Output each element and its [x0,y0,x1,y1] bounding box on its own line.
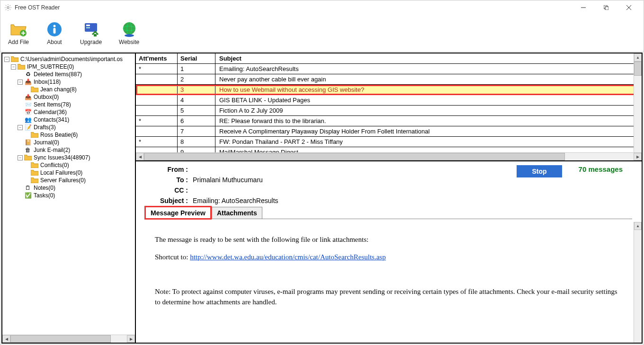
stop-button[interactable]: Stop [517,165,562,177]
to-label: To : [145,176,188,184]
calendar-icon: 📅 [24,109,32,115]
tree-serverf[interactable]: Server Failures(0) [3,177,134,184]
expander-icon[interactable]: − [4,57,9,62]
cell-subject: Receive A Complimentary Playaway Display… [215,126,642,136]
svg-rect-11 [86,25,90,26]
message-row[interactable]: 3How to use Webmail without accessing GI… [136,85,642,95]
message-rows: *1Emailing: AutoSearchResults2Never pay … [136,64,642,152]
tree-root[interactable]: −C:\Users\admin\Documents\important.os [3,55,134,63]
detail-header: Stop 70 messages From : To :Primalani Mu… [136,161,642,222]
expander-icon[interactable]: − [11,64,16,70]
svg-point-17 [125,34,134,37]
tree-contacts[interactable]: 👥Contacts(341) [3,116,134,124]
scroll-up-icon[interactable]: ▲ [634,222,642,230]
folder-icon [31,169,38,176]
tree-ross[interactable]: Ross Beatie(6) [3,131,134,139]
scroll-right-icon[interactable]: ▶ [634,153,642,160]
folder-icon [11,56,18,62]
tree-sent[interactable]: 📨Sent Items(78) [3,101,134,108]
msglist-vscroll[interactable]: ▲ [634,53,642,152]
scroll-thumb[interactable] [634,62,642,76]
scroll-left-icon[interactable]: ◀ [136,153,144,160]
tree-notes[interactable]: 🗒Notes(0) [3,184,134,192]
upgrade-button[interactable]: Upgrade [80,21,102,45]
cell-serial: 5 [178,106,215,115]
message-row[interactable]: 2Never pay another cable bill ever again [136,74,642,85]
message-row[interactable]: *6RE: Please forward this to the librari… [136,116,642,126]
cell-serial: 3 [178,85,215,95]
folder-icon [31,132,38,138]
tab-attachments[interactable]: Attachments [212,207,262,219]
globe-icon [121,21,138,38]
expander-icon[interactable]: − [18,80,23,85]
tree-journal[interactable]: 📔Journal(0) [3,139,134,146]
svg-rect-13 [94,34,97,36]
scroll-thumb[interactable] [144,153,565,160]
folder-tree-body[interactable]: −C:\Users\admin\Documents\important.os −… [2,53,135,335]
tree-sync[interactable]: −Sync Issues34(48907) [3,154,134,161]
maximize-button[interactable] [595,1,617,14]
app-window: Free OST Reader Add File About Upgrade [0,0,644,345]
cell-subject: Emailing: AutoSearchResults [215,64,642,74]
upgrade-icon [82,21,99,38]
cell-serial: 9 [178,147,215,152]
scroll-track[interactable] [10,335,127,343]
message-row[interactable]: 4GIS BETA LINK - Updated Pages [136,95,642,106]
cell-serial: 6 [178,116,215,126]
app-gear-icon [4,4,12,11]
svg-point-14 [123,22,135,35]
scroll-left-icon[interactable]: ◀ [2,335,10,343]
from-label: From : [145,166,188,173]
message-row[interactable]: 5Fiction A to Z July 2009 [136,106,642,116]
tab-message-preview[interactable]: Message Preview [145,207,211,219]
add-file-button[interactable]: Add File [8,21,29,45]
message-row[interactable]: 9MailMarshal Message Digest [136,147,642,152]
col-subject[interactable]: Subject [215,53,642,63]
folder-tree[interactable]: −C:\Users\admin\Documents\important.os −… [2,53,136,343]
tree-junk[interactable]: 🗑Junk E-mail(2) [3,146,134,154]
message-row[interactable]: *1Emailing: AutoSearchResults [136,64,642,74]
message-count: 70 messages [579,165,623,173]
notes-icon: 🗒 [24,185,32,191]
about-button[interactable]: About [46,21,63,45]
tree-conflicts[interactable]: Conflicts(0) [3,161,134,169]
right-pane: Att'ments Serial Subject *1Emailing: Aut… [136,53,642,343]
tree-localf[interactable]: Local Failures(0) [3,169,134,177]
tree-calendar[interactable]: 📅Calendar(36) [3,108,134,116]
cell-serial: 8 [178,137,215,147]
tree-ipm[interactable]: −IPM_SUBTREE(0) [3,63,134,71]
col-serial[interactable]: Serial [178,53,215,63]
scroll-up-icon[interactable]: ▲ [634,53,642,62]
tree-inbox[interactable]: −📥Inbox(118) [3,78,134,86]
tree-hscroll[interactable]: ◀ ▶ [2,335,135,343]
scroll-right-icon[interactable]: ▶ [127,335,135,343]
close-button[interactable] [618,1,640,14]
message-row[interactable]: 7Receive A Complimentary Playaway Displa… [136,126,642,137]
col-attachments[interactable]: Att'ments [136,53,178,63]
sent-icon: 📨 [24,101,32,108]
folder-icon [18,63,25,70]
msglist-hscroll[interactable]: ◀ ▶ [136,152,642,160]
scroll-track[interactable] [144,153,634,160]
cell-att [136,95,178,105]
tree-drafts[interactable]: −📝Drafts(3) [3,124,134,131]
outbox-icon: 📤 [24,94,32,100]
minimize-button[interactable] [572,1,594,14]
scroll-thumb[interactable] [10,335,111,343]
website-button[interactable]: Website [119,21,139,45]
cell-subject: Never pay another cable bill ever again [215,74,642,84]
message-row[interactable]: *8FW: Pondan Thailand - PART 2 - Miss Ti… [136,137,642,147]
tree-tasks[interactable]: ✅Tasks(0) [3,192,134,199]
preview-link[interactable]: http://www.det.wa.edu.au/education/cmis/… [190,253,386,261]
tree-jean[interactable]: Jean chang(8) [3,86,134,93]
preview-vscroll[interactable]: ▲ [634,222,642,343]
detail-tabs: Message Preview Attachments [145,207,632,219]
cell-att [136,74,178,84]
expander-icon[interactable]: − [18,125,23,130]
tree-outbox[interactable]: 📤Outbox(0) [3,93,134,101]
cell-att: * [136,137,178,147]
info-icon [46,21,63,38]
tree-deleted[interactable]: ♻Deleted Items(887) [3,71,134,78]
expander-icon[interactable]: − [18,155,23,160]
tasks-icon: ✅ [24,192,32,199]
